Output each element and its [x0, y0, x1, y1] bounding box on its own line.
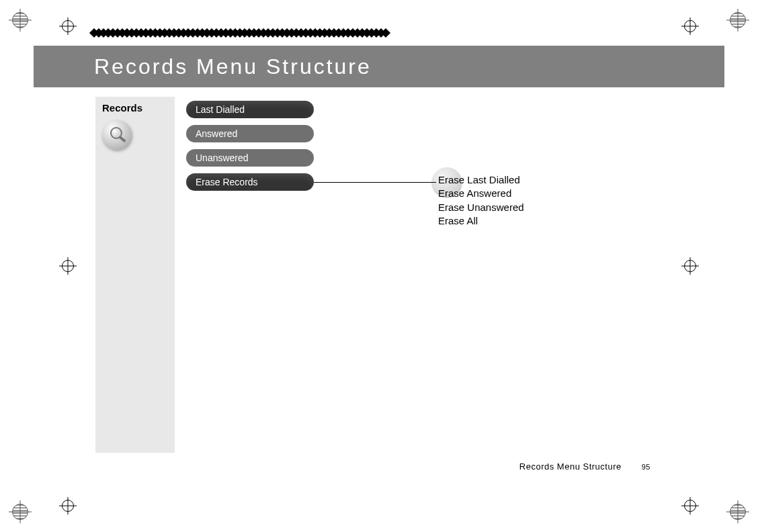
submenu-item: Erase Last Dialled	[438, 173, 524, 187]
page-title: Records Menu Structure	[94, 54, 372, 79]
submenu-item: Erase Unanswered	[438, 201, 524, 214]
page-footer: Records Menu Structure 95	[519, 461, 650, 472]
footer-section-title: Records Menu Structure	[519, 461, 622, 472]
menu-item-label: Erase Records	[196, 177, 258, 187]
records-icon	[102, 120, 132, 150]
menu-column: Last Dialled Answered Unanswered Erase R…	[186, 101, 314, 191]
menu-item-erase-records: Erase Records	[186, 173, 314, 191]
submenu-item: Erase All	[438, 214, 524, 228]
registration-mark-icon	[730, 504, 746, 520]
submenu-list: Erase Last Dialled Erase Answered Erase …	[438, 173, 524, 228]
page-number: 95	[642, 463, 650, 471]
registration-mark-icon	[12, 504, 28, 520]
menu-item-label: Answered	[196, 128, 237, 139]
menu-item-label: Unanswered	[196, 152, 249, 163]
content-area: Records Last Dialled Answered Unanswered…	[95, 97, 698, 465]
menu-item-last-dialled: Last Dialled	[186, 101, 314, 118]
sidebar-title: Records	[102, 102, 168, 114]
registration-mark-icon	[12, 12, 28, 28]
connector-line-icon	[314, 182, 436, 183]
menu-item-answered: Answered	[186, 125, 314, 142]
page-frame: Records Menu Structure Records Last Dial…	[34, 27, 724, 505]
menu-item-label: Last Dialled	[196, 104, 245, 115]
menu-item-unanswered: Unanswered	[186, 149, 314, 167]
submenu-item: Erase Answered	[438, 187, 524, 200]
sidebar: Records	[95, 97, 175, 453]
header-bar: Records Menu Structure	[34, 46, 724, 87]
registration-mark-icon	[730, 12, 746, 28]
decorative-border-icon	[91, 28, 387, 38]
